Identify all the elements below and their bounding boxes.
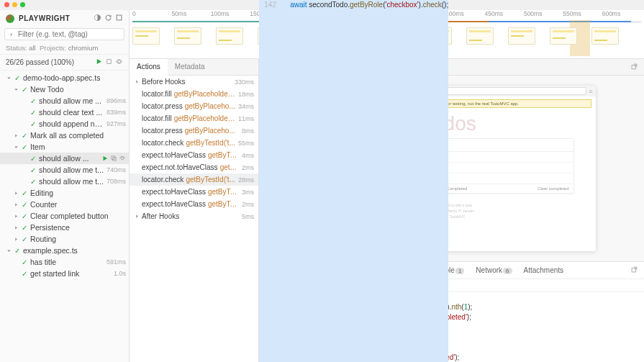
tree-node[interactable]: ✓get started link1.0s xyxy=(0,268,129,279)
tab-metadata[interactable]: Metadata xyxy=(168,59,212,75)
actions-list[interactable]: Before Hooks330mslocator.fillgetByPlaceh… xyxy=(130,76,258,362)
action-row[interactable]: locator.pressgetByPlaceho...34ms xyxy=(130,100,258,112)
tree-node[interactable]: ✓should append ne...927ms xyxy=(0,118,129,130)
tree-node[interactable]: ✓Item xyxy=(0,141,129,153)
svg-rect-1 xyxy=(117,15,122,20)
pass-count: 26/26 passed (100%) xyxy=(6,58,74,66)
action-row[interactable]: locator.fillgetByPlaceholder(...18ms xyxy=(130,88,258,100)
tree-node[interactable]: ✓should clear text ...839ms xyxy=(0,107,129,118)
action-row[interactable]: locator.checkgetByTestId('t...28ms xyxy=(130,173,258,186)
watch-icon[interactable] xyxy=(115,58,123,67)
window-controls[interactable] xyxy=(4,2,25,7)
open-external-icon[interactable] xyxy=(630,266,638,275)
sidebar: PLAYWRIGHT Status: all Projects: chromiu… xyxy=(0,10,130,362)
mock-menu-icon: ≡ xyxy=(589,88,592,95)
reload-icon[interactable] xyxy=(104,14,112,23)
tree-node[interactable]: ✓should allow ... xyxy=(0,153,129,164)
tree-node[interactable]: ✓Editing xyxy=(0,187,129,199)
action-row[interactable]: Before Hooks330ms xyxy=(130,76,258,88)
tree-node[interactable]: ✓should allow me ...896ms xyxy=(0,95,129,107)
tree-node[interactable]: ✓Mark all as completed xyxy=(0,130,129,141)
action-row[interactable]: expect.toHaveClassgetByTe...2ms xyxy=(130,198,258,210)
svg-rect-2 xyxy=(107,60,112,64)
tree-node[interactable]: ✓demo-todo-app.spec.ts xyxy=(0,72,129,83)
popout-icon[interactable] xyxy=(630,63,638,72)
filter-input-wrap[interactable] xyxy=(4,28,124,40)
run-all-icon[interactable] xyxy=(95,58,103,67)
action-row[interactable]: After Hooks5ms xyxy=(130,210,258,222)
status-row: Status: all Projects: chromium xyxy=(0,42,129,54)
btab-network[interactable]: Network6 xyxy=(471,265,516,276)
action-row[interactable]: expect.toHaveClassgetByTe...4ms xyxy=(130,149,258,161)
btab-attachments[interactable]: Attachments xyxy=(520,265,568,276)
source-code[interactable]: 139 // Check second item.140 const secon… xyxy=(259,292,644,362)
tree-node[interactable]: ✓should allow me t...740ms xyxy=(0,164,129,176)
action-row[interactable]: expect.toHaveClassgetByTe...3ms xyxy=(130,186,258,198)
tree-node[interactable]: ✓Routing xyxy=(0,233,129,245)
settings-icon[interactable] xyxy=(115,14,123,23)
chevron-right-icon xyxy=(8,31,15,38)
action-row[interactable]: locator.checkgetByTestId('t...55ms xyxy=(130,137,258,149)
action-row[interactable]: locator.fillgetByPlaceholder(...11ms xyxy=(130,112,258,125)
tree-node[interactable]: ✓has title591ms xyxy=(0,256,129,268)
test-tree[interactable]: ✓demo-todo-app.spec.ts✓New Todo✓should a… xyxy=(0,71,129,362)
tab-actions[interactable]: Actions xyxy=(130,59,168,76)
filter-input[interactable] xyxy=(18,30,121,38)
pass-summary: 26/26 passed (100%) xyxy=(0,54,129,71)
tree-node[interactable]: ✓should allow me t...708ms xyxy=(0,176,129,187)
svg-point-3 xyxy=(117,60,120,63)
playwright-logo-icon xyxy=(6,14,14,23)
bottom-panel: Locator Source Call Log Errors Console1 … xyxy=(259,261,644,362)
stop-icon[interactable] xyxy=(105,58,113,67)
tree-node[interactable]: ✓New Todo xyxy=(0,83,129,95)
action-row[interactable]: expect.not.toHaveClassgetB...2ms xyxy=(130,161,258,173)
actions-panel: Actions Metadata Before Hooks330mslocato… xyxy=(130,59,259,362)
tree-node[interactable]: ✓Counter xyxy=(0,199,129,210)
tree-node[interactable]: ✓Persistence xyxy=(0,222,129,233)
action-row[interactable]: locator.pressgetByPlaceho...8ms xyxy=(130,125,258,137)
tree-node[interactable]: ✓Clear completed button xyxy=(0,210,129,222)
tree-node[interactable]: ✓example.spec.ts xyxy=(0,245,129,256)
theme-toggle-icon[interactable] xyxy=(94,14,101,23)
svg-point-6 xyxy=(121,157,124,160)
brand-label: PLAYWRIGHT xyxy=(19,14,89,22)
